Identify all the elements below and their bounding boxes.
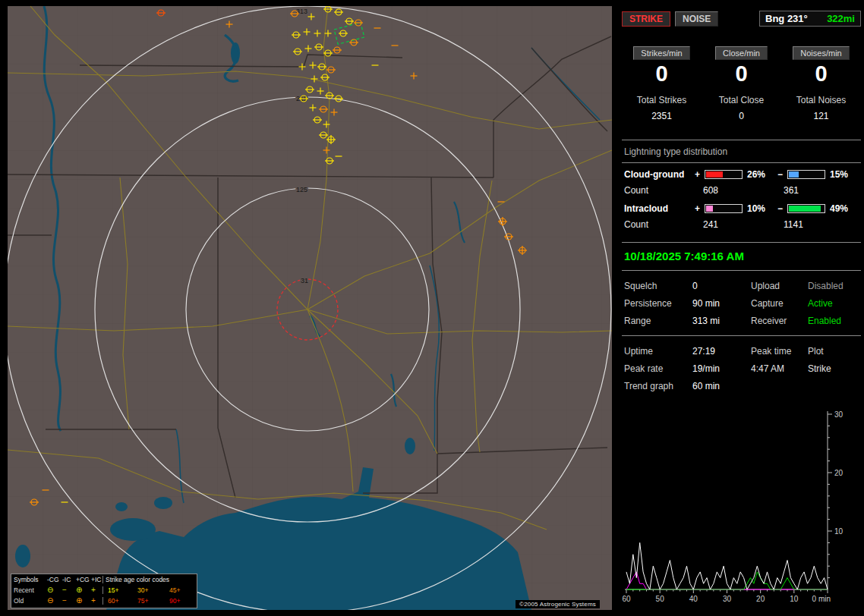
cg-pos-old-icon: ⊕ bbox=[74, 597, 89, 605]
peak-time-label: Peak time bbox=[751, 346, 808, 357]
uptime-label: Uptime bbox=[624, 346, 692, 357]
cg-positive-pct: 26% bbox=[745, 169, 775, 180]
y-tick-label: 10 bbox=[834, 527, 844, 536]
legend-old-label: Old bbox=[11, 597, 45, 605]
x-tick-label: 30 bbox=[723, 595, 732, 603]
close-per-min-button[interactable]: Close/min bbox=[715, 46, 768, 60]
capture-label: Capture bbox=[751, 298, 808, 309]
legend-recent-label: Recent bbox=[11, 586, 45, 594]
status-panel: STRIKE NOISE Bng 231° 322mi Strikes/min … bbox=[619, 0, 864, 616]
trend-series-cloud-ground bbox=[626, 572, 828, 589]
map-legend: Symbols -CG -IC +CG +IC Strike age color… bbox=[11, 574, 197, 608]
intracloud-row: Intracloud + 10% − 49% bbox=[622, 197, 861, 214]
age-code-90: 90+ bbox=[166, 597, 197, 605]
total-noises-value: 121 bbox=[813, 111, 828, 121]
ic-negative-count: 1141 bbox=[784, 219, 803, 230]
receiver-value: Enabled bbox=[808, 316, 859, 326]
x-tick-label: 40 bbox=[689, 595, 698, 603]
trend-series-intracloud bbox=[626, 572, 828, 589]
age-code-60: 60+ bbox=[102, 597, 134, 605]
age-code-75: 75+ bbox=[134, 597, 166, 605]
bearing-value: Bng 231° bbox=[765, 13, 808, 24]
peak-time-value: 4:47 AM bbox=[751, 363, 808, 374]
ring-label-31: 31 bbox=[301, 277, 308, 284]
cg-negative-pct: 15% bbox=[828, 169, 858, 180]
squelch-value: 0 bbox=[692, 281, 751, 291]
upload-label: Upload bbox=[751, 281, 808, 291]
plot-label: Plot bbox=[808, 346, 859, 357]
map-display[interactable]: 313 219 125 31 Symbols -CG -IC +CG +IC S… bbox=[8, 6, 612, 610]
cg-positive-bar bbox=[705, 170, 743, 179]
ic-pos-recent-icon: + bbox=[89, 586, 102, 594]
map-canvas: 313 219 125 31 bbox=[8, 6, 612, 610]
cg-negative-bar bbox=[787, 170, 825, 179]
cg-pos-recent-icon: ⊕ bbox=[74, 586, 89, 594]
minus-sign: − bbox=[775, 169, 785, 180]
receiver-label: Receiver bbox=[751, 316, 808, 326]
total-strikes-value: 2351 bbox=[651, 111, 672, 121]
upload-value: Disabled bbox=[808, 281, 859, 291]
minus-sign: − bbox=[775, 203, 785, 214]
total-close-value: 0 bbox=[739, 111, 744, 121]
x-tick-label: 50 bbox=[656, 595, 665, 603]
plus-sign: + bbox=[692, 169, 702, 180]
persistence-label: Persistence bbox=[624, 298, 692, 309]
y-tick-label: 20 bbox=[834, 469, 844, 477]
cg-negative-count: 361 bbox=[784, 185, 799, 196]
legend-col-cg-neg: -CG bbox=[45, 576, 60, 583]
count-label: Count bbox=[624, 219, 703, 230]
cloud-ground-row: Cloud-ground + 26% − 15% bbox=[622, 163, 861, 180]
peak-rate-value: 19/min bbox=[692, 363, 751, 374]
range-value: 313 mi bbox=[692, 316, 751, 326]
noise-mode-button[interactable]: NOISE bbox=[675, 11, 718, 27]
trend-graph-value: 60 min bbox=[692, 381, 751, 391]
age-code-45: 45+ bbox=[166, 586, 197, 594]
uptime-value: 27:19 bbox=[692, 346, 751, 357]
ic-positive-pct: 10% bbox=[745, 203, 775, 214]
legend-col-ic-pos: +IC bbox=[89, 576, 102, 583]
bearing-display: Bng 231° 322mi bbox=[759, 11, 861, 27]
ic-pos-old-icon: + bbox=[89, 597, 102, 605]
strikes-per-min-button[interactable]: Strikes/min bbox=[633, 46, 689, 60]
session-grid: Uptime 27:19 Peak time Plot Peak rate 19… bbox=[622, 336, 861, 401]
cg-positive-count: 608 bbox=[703, 185, 784, 196]
total-noises-label: Total Noises bbox=[796, 95, 846, 105]
strike-mode-button[interactable]: STRIKE bbox=[622, 11, 670, 27]
y-tick-label: 30 bbox=[834, 410, 844, 419]
strikes-per-min-counter: Strikes/min 0 Total Strikes 2351 bbox=[622, 46, 702, 121]
ring-label-125: 125 bbox=[296, 186, 307, 193]
cloud-ground-count-row: Count 608 361 bbox=[622, 180, 861, 197]
plus-sign: + bbox=[692, 203, 702, 214]
ic-neg-recent-icon: − bbox=[60, 586, 74, 594]
range-label: Range bbox=[624, 316, 692, 326]
age-code-30: 30+ bbox=[134, 586, 166, 594]
distribution-title: Lightning type distribution bbox=[622, 140, 861, 163]
x-tick-label: 0 min bbox=[812, 595, 831, 603]
ic-negative-pct: 49% bbox=[828, 203, 858, 214]
copyright-text: ©2005 Astrogenic Systems bbox=[516, 600, 600, 608]
trend-graph-label: Trend graph bbox=[624, 381, 692, 391]
total-close-label: Total Close bbox=[719, 95, 764, 105]
count-label: Count bbox=[624, 185, 703, 196]
trend-graph: 1020306050403020100 min bbox=[622, 405, 861, 610]
persistence-value: 90 min bbox=[692, 298, 751, 309]
total-strikes-label: Total Strikes bbox=[637, 95, 686, 105]
trend-series-strike-rate bbox=[626, 543, 828, 590]
noises-per-min-button[interactable]: Noises/min bbox=[793, 46, 849, 60]
trend-chart-canvas: 1020306050403020100 min bbox=[622, 405, 861, 607]
ic-neg-old-icon: − bbox=[60, 597, 74, 605]
legend-col-cg-pos: +CG bbox=[74, 576, 89, 583]
legend-symbols-header: Symbols bbox=[11, 576, 45, 583]
close-per-min-counter: Close/min 0 Total Close 0 bbox=[702, 46, 781, 121]
ic-positive-bar bbox=[705, 204, 743, 213]
close-per-min-value: 0 bbox=[735, 62, 747, 85]
plot-value: Strike bbox=[808, 363, 859, 374]
bearing-range-value: 322mi bbox=[827, 13, 855, 24]
peak-rate-label: Peak rate bbox=[624, 363, 692, 374]
noises-per-min-value: 0 bbox=[815, 62, 827, 85]
cg-neg-old-icon: ⊖ bbox=[45, 597, 60, 605]
cloud-ground-label: Cloud-ground bbox=[624, 169, 692, 180]
cg-neg-recent-icon: ⊖ bbox=[45, 586, 60, 594]
x-tick-label: 60 bbox=[622, 595, 631, 603]
age-code-15: 15+ bbox=[102, 586, 134, 594]
